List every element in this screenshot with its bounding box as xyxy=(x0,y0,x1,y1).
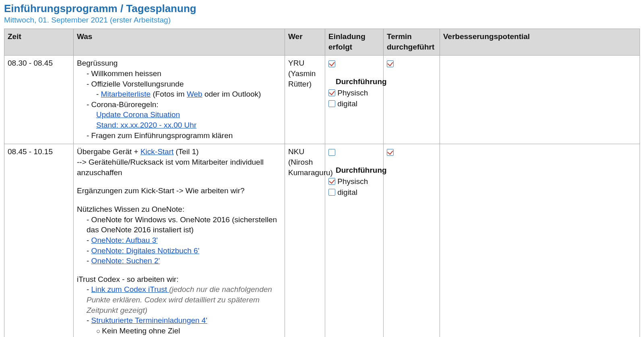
cell-verbesserung xyxy=(440,144,640,337)
einladung-checkbox[interactable] xyxy=(328,149,335,156)
text: --> Gerätehülle/Rucksack ist vom Mitarbe… xyxy=(77,157,281,178)
digital-checkbox[interactable] xyxy=(328,189,335,196)
col-wer: Wer xyxy=(285,29,325,56)
termineinladungen-link[interactable]: Strukturierte Termineinladungen 4' xyxy=(91,316,207,325)
list-item: Corona-Büroregeln: xyxy=(87,99,281,110)
table-row: 08.45 - 10.15 Übergabe Gerät + Kick-Star… xyxy=(4,144,640,337)
cell-termin xyxy=(384,56,440,144)
list-item: Willkommen heissen xyxy=(87,68,281,79)
einladung-checkbox[interactable] xyxy=(328,60,335,67)
termin-checkbox[interactable] xyxy=(387,149,394,156)
web-link[interactable]: Web xyxy=(187,90,202,98)
list-item: OneNote: Digitales Notizbuch 6' xyxy=(87,246,281,256)
onenote-notizbuch-link[interactable]: OneNote: Digitales Notizbuch 6' xyxy=(91,246,200,255)
cell-termin xyxy=(384,144,440,337)
list-item: Offizielle Vorstellungsrunde xyxy=(87,79,281,89)
list-item: Kein Meeting ohne Ziel xyxy=(96,326,281,336)
page-title: Einführungsprogramm / Tagesplanung xyxy=(4,2,640,15)
mitarbeiterliste-link[interactable]: Mitarbeiterliste xyxy=(101,90,151,98)
durchfuehrung-label: Durchführung xyxy=(336,76,380,87)
list-item: OneNote for Windows vs. OneNote 2016 (si… xyxy=(87,215,281,235)
col-einladung: Einladung erfolgt xyxy=(325,29,384,56)
list-item: Mitarbeiterliste (Fotos im Web oder im O… xyxy=(96,89,281,99)
codex-link[interactable]: Link zum Codex iTrust xyxy=(91,285,169,294)
physisch-checkbox[interactable] xyxy=(328,178,335,185)
cell-verbesserung xyxy=(440,56,640,144)
physisch-checkbox[interactable] xyxy=(328,89,335,96)
digital-label: digital xyxy=(337,99,357,108)
text: Nützliches Wissen zu OneNote: xyxy=(77,204,281,215)
col-zeit: Zeit xyxy=(4,29,74,56)
col-verbesserung: Verbesserungspotential xyxy=(440,29,640,56)
text: oder im Outlook) xyxy=(202,90,261,98)
list-item: Link zum Codex iTrust (jedoch nur die na… xyxy=(87,284,281,315)
list-item: Fragen zum Einführungsprogramm klären xyxy=(87,130,281,141)
onenote-aufbau-link[interactable]: OneNote: Aufbau 3' xyxy=(91,236,158,244)
text: Übergabe Gerät + xyxy=(77,147,140,156)
cell-was: Begrüssung Willkommen heissen Offizielle… xyxy=(74,56,285,144)
text: Ergänzungen zum Kick-Start -> Wie arbeit… xyxy=(77,186,281,196)
cell-wer: NKU (Nirosh Kumaraguru) xyxy=(285,144,325,337)
cell-was: Übergabe Gerät + Kick-Start (Teil 1) -->… xyxy=(74,144,285,337)
corona-update-link[interactable]: Update Corona Situation xyxy=(96,110,180,119)
durchfuehrung-label: Durchführung xyxy=(336,165,380,176)
text: iTrust Codex - so arbeiten wir: xyxy=(77,274,281,285)
cell-einladung: Durchführung Physisch digital xyxy=(325,144,384,337)
table-row: 08.30 - 08.45 Begrüssung Willkommen heis… xyxy=(4,56,640,144)
text: Begrüssung xyxy=(77,58,281,68)
cell-zeit: 08.45 - 10.15 xyxy=(4,144,74,337)
onenote-suchen-link[interactable]: OneNote: Suchen 2' xyxy=(91,256,160,265)
text: (Fotos im xyxy=(151,90,187,98)
list-item: Strukturierte Termineinladungen 4' xyxy=(87,315,281,326)
col-termin: Termin durchgeführt xyxy=(384,29,440,56)
physisch-label: Physisch xyxy=(337,89,368,97)
digital-checkbox[interactable] xyxy=(328,100,335,107)
cell-zeit: 08.30 - 08.45 xyxy=(4,56,74,144)
termin-checkbox[interactable] xyxy=(387,60,394,67)
physisch-label: Physisch xyxy=(337,177,368,186)
digital-label: digital xyxy=(337,188,357,196)
list-item: OneNote: Suchen 2' xyxy=(87,256,281,266)
kickstart-link[interactable]: Kick-Start xyxy=(140,147,173,156)
text: (Teil 1) xyxy=(173,147,198,156)
corona-stand-link[interactable]: Stand: xx.xx.2020 - xx.00 Uhr xyxy=(96,121,196,129)
list-item: OneNote: Aufbau 3' xyxy=(87,235,281,246)
cell-einladung: Durchführung Physisch digital xyxy=(325,56,384,144)
cell-wer: YRU (Yasmin Rütter) xyxy=(285,56,325,144)
page-subtitle: Mittwoch, 01. September 2021 (erster Arb… xyxy=(4,16,640,25)
col-was: Was xyxy=(74,29,285,56)
schedule-table: Zeit Was Wer Einladung erfolgt Termin du… xyxy=(4,29,640,337)
